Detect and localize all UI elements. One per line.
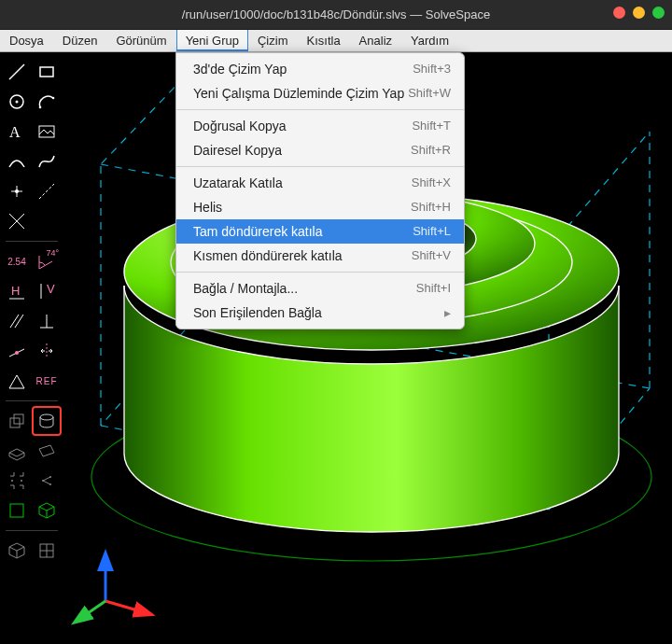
tool-sketch-plane[interactable] xyxy=(33,437,61,465)
svg-text:V: V xyxy=(47,282,55,296)
tool-point[interactable] xyxy=(3,177,31,205)
toolbar-separator-2 xyxy=(6,400,58,401)
tool-symmetric[interactable] xyxy=(33,337,61,365)
tool-text[interactable]: A xyxy=(3,118,31,146)
tool-perpendicular[interactable] xyxy=(33,307,61,335)
svg-point-23 xyxy=(15,351,19,355)
tool-split[interactable] xyxy=(3,207,31,235)
svg-line-11 xyxy=(39,184,54,199)
minimize-icon[interactable] xyxy=(633,7,645,19)
dd-sep-2 xyxy=(176,166,464,167)
tool-construction[interactable] xyxy=(33,177,61,205)
tool-arc[interactable] xyxy=(33,88,61,116)
tool-ortho[interactable] xyxy=(33,537,61,565)
tool-bezier[interactable] xyxy=(33,147,61,175)
close-icon[interactable] xyxy=(613,7,625,19)
tool-horiz[interactable]: H xyxy=(3,277,31,305)
tool-dim-angle[interactable]: 74° xyxy=(33,247,61,275)
svg-text:A: A xyxy=(9,124,21,140)
svg-rect-26 xyxy=(14,414,23,424)
toolbar-separator-1 xyxy=(6,241,58,242)
dd-link-recent[interactable]: Son Erişilenden Bağla xyxy=(176,301,464,325)
menu-file[interactable]: Dosya xyxy=(0,30,53,51)
tool-extrude[interactable] xyxy=(3,407,31,435)
svg-line-0 xyxy=(9,64,24,79)
axis-triad xyxy=(76,554,150,622)
svg-line-47 xyxy=(105,601,150,614)
svg-point-3 xyxy=(16,101,19,104)
svg-text:H: H xyxy=(11,284,20,298)
tool-step-translate[interactable] xyxy=(3,467,31,495)
tool-isometric[interactable] xyxy=(3,537,31,565)
menu-analyze[interactable]: Analiz xyxy=(350,30,401,51)
svg-point-27 xyxy=(40,414,53,420)
dd-revolve-partial[interactable]: Kısmen döndürerek katıla Shift+V xyxy=(176,244,464,268)
tool-dim-dist[interactable]: 2.54 xyxy=(3,247,31,275)
svg-rect-25 xyxy=(10,418,20,427)
tool-view-plane[interactable] xyxy=(3,497,31,525)
svg-line-48 xyxy=(76,601,105,622)
tool-sketch-3d[interactable] xyxy=(3,437,31,465)
maximize-icon[interactable] xyxy=(652,7,665,19)
tool-coincident[interactable] xyxy=(3,337,31,365)
tool-ref[interactable]: REF xyxy=(33,367,61,395)
title-bar: /run/user/1000/doc/b131b48c/Döndür.slvs … xyxy=(0,0,672,30)
svg-rect-1 xyxy=(40,67,53,77)
menu-draw[interactable]: Çizim xyxy=(248,30,298,51)
dd-sketch-workplane[interactable]: Yeni Çalışma Düzleminde Çizim Yap Shift+… xyxy=(176,81,464,105)
svg-point-28 xyxy=(11,480,13,482)
ref-label: REF xyxy=(36,376,58,386)
toolbar: A 2.54 74° H V REF xyxy=(0,52,63,644)
tool-image[interactable] xyxy=(33,118,61,146)
window-title: /run/user/1000/doc/b131b48c/Döndür.slvs … xyxy=(182,7,490,21)
svg-point-5 xyxy=(52,97,55,100)
dd-linear-copy[interactable]: Doğrusal Kopya Shift+T xyxy=(176,114,464,138)
menu-edit[interactable]: Düzen xyxy=(53,30,107,51)
tool-rect[interactable] xyxy=(33,58,61,86)
menu-constrain[interactable]: Kısıtla xyxy=(297,30,349,51)
tool-line[interactable] xyxy=(3,58,31,86)
tool-view-iso[interactable] xyxy=(33,497,61,525)
svg-point-29 xyxy=(21,480,22,482)
tool-tangent-arc[interactable] xyxy=(3,147,31,175)
menu-help[interactable]: Yardım xyxy=(401,30,458,51)
menu-bar: Dosya Düzen Görünüm Yeni Grup Çizim Kısı… xyxy=(0,30,672,52)
tool-circle[interactable] xyxy=(3,88,31,116)
dd-sep-3 xyxy=(176,272,464,273)
toolbar-separator-3 xyxy=(6,530,58,531)
tool-revolve[interactable] xyxy=(33,407,61,435)
dd-helix[interactable]: Helis Shift+H xyxy=(176,195,464,219)
dd-circular-copy[interactable]: Dairesel Kopya Shift+R xyxy=(176,138,464,162)
window-controls xyxy=(613,7,665,19)
svg-rect-33 xyxy=(10,504,23,517)
dd-extrude[interactable]: Uzatarak Katıla Shift+X xyxy=(176,171,464,195)
dd-sep-1 xyxy=(176,109,464,110)
svg-line-19 xyxy=(15,315,23,328)
tool-vert[interactable]: V xyxy=(33,277,61,305)
svg-point-4 xyxy=(39,106,42,109)
dd-revolve-full[interactable]: Tam döndürerek katıla Shift+L xyxy=(176,219,464,244)
tool-step-rotate[interactable] xyxy=(33,467,61,495)
tool-parallel[interactable] xyxy=(3,307,31,335)
svg-line-18 xyxy=(10,315,19,328)
menu-view[interactable]: Görünüm xyxy=(106,30,175,51)
menu-new-group[interactable]: Yeni Grup xyxy=(176,30,248,51)
tool-equal[interactable] xyxy=(3,367,31,395)
dropdown-new-group: 3d'de Çizim Yap Shift+3 Yeni Çalışma Düz… xyxy=(175,52,465,329)
dd-link[interactable]: Bağla / Montajla... Shift+I xyxy=(176,276,464,301)
dd-sketch-3d[interactable]: 3d'de Çizim Yap Shift+3 xyxy=(176,57,464,81)
tool-empty1 xyxy=(33,207,61,235)
